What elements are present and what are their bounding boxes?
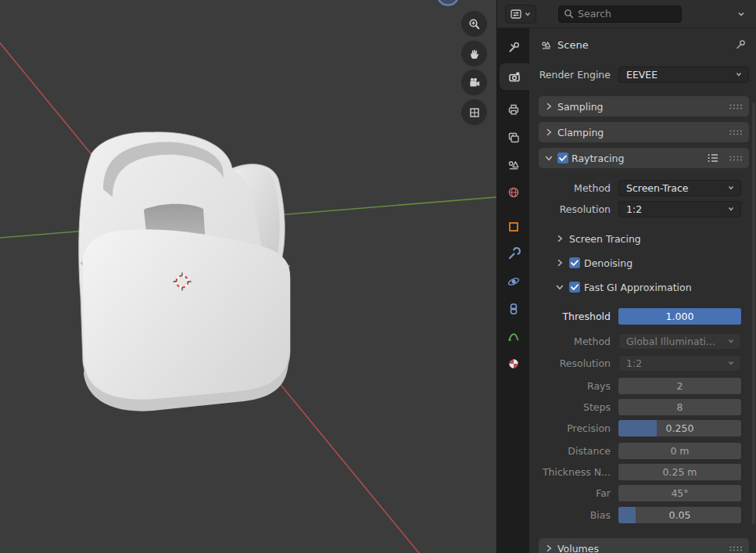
tab-output[interactable] xyxy=(497,96,529,123)
scene-icon xyxy=(540,39,552,51)
section-sampling[interactable]: Sampling xyxy=(539,96,749,117)
chevron-down-icon xyxy=(524,10,532,18)
pin-button[interactable] xyxy=(734,38,747,51)
distance-label: Distance xyxy=(529,445,618,457)
far-field[interactable]: 45° xyxy=(618,485,741,501)
pan-hand-icon xyxy=(468,47,482,61)
distance-field[interactable]: 0 m xyxy=(618,443,741,459)
list-options-icon[interactable] xyxy=(707,153,719,163)
physics-orbit-icon xyxy=(507,275,521,289)
steps-value: 8 xyxy=(677,401,683,413)
fast-gi-resolution-dropdown[interactable]: 1:2 xyxy=(618,355,741,372)
particles-icon xyxy=(507,329,521,343)
steps-field[interactable]: 8 xyxy=(618,399,741,415)
camera-view-button[interactable] xyxy=(461,70,487,95)
modifier-wrench-icon xyxy=(507,247,521,261)
chevron-right-icon xyxy=(543,101,554,112)
rays-label: Rays xyxy=(529,380,618,392)
checkbox-check xyxy=(557,153,568,163)
breadcrumb-scene[interactable]: Scene xyxy=(557,39,589,51)
3d-object[interactable] xyxy=(79,132,290,411)
thickness-field[interactable]: 0.25 m xyxy=(618,464,741,480)
tab-constraints[interactable] xyxy=(497,296,529,322)
chevron-right-icon xyxy=(543,543,554,553)
fast-gi-resolution-label: Resolution xyxy=(529,357,618,369)
search-input[interactable] xyxy=(578,8,676,20)
section-raytracing-title: Raytracing xyxy=(571,153,624,164)
denoising-checkbox[interactable] xyxy=(569,257,580,268)
threshold-value: 1.000 xyxy=(618,308,741,325)
section-raytracing[interactable]: Raytracing xyxy=(539,148,749,168)
tool-icon xyxy=(507,41,521,55)
raytracing-method-row: Method Screen-Trace xyxy=(529,178,756,198)
threshold-slider[interactable]: 1.000 xyxy=(618,308,741,325)
fast-gi-checkbox[interactable] xyxy=(569,282,580,293)
tab-render[interactable] xyxy=(500,63,529,90)
resolution-label: Resolution xyxy=(529,203,618,215)
rays-field[interactable]: 2 xyxy=(618,378,741,394)
viewport-scene xyxy=(0,0,496,553)
tab-modifiers[interactable] xyxy=(497,241,529,268)
tab-tool[interactable] xyxy=(497,34,529,61)
chevron-down-icon xyxy=(735,70,743,78)
section-sampling-title: Sampling xyxy=(557,101,604,113)
thickness-row: Thickness N... 0.25 m xyxy=(529,461,756,482)
scrollbar-thumb[interactable] xyxy=(752,102,755,525)
grip-dots-icon[interactable] xyxy=(729,155,743,162)
tab-view-layer[interactable] xyxy=(497,124,529,151)
pan-button[interactable] xyxy=(461,41,487,66)
chevron-down-icon xyxy=(727,359,735,367)
fast-gi-method-value: Global Illuminati... xyxy=(626,336,727,347)
object-icon xyxy=(507,220,521,234)
tab-world[interactable] xyxy=(497,179,529,206)
breadcrumb: Scene xyxy=(529,28,756,53)
subsection-denoising[interactable]: Denoising xyxy=(529,253,756,272)
precision-row: Precision 0.250 xyxy=(529,418,756,438)
fast-gi-method-dropdown[interactable]: Global Illuminati... xyxy=(618,333,741,350)
rays-row: Rays 2 xyxy=(529,375,756,396)
distance-row: Distance 0 m xyxy=(529,440,756,461)
threshold-label: Threshold xyxy=(529,311,618,322)
grip-dots-icon[interactable] xyxy=(729,103,743,110)
bias-value: 0.05 xyxy=(618,507,741,523)
tab-scene[interactable] xyxy=(497,152,529,178)
navigation-gizmo[interactable] xyxy=(438,0,459,5)
bias-label: Bias xyxy=(529,509,618,521)
header-options-button[interactable] xyxy=(733,5,750,23)
section-clamping[interactable]: Clamping xyxy=(539,122,749,142)
raytracing-method-dropdown[interactable]: Screen-Trace xyxy=(618,180,741,196)
section-clamping-title: Clamping xyxy=(557,127,604,138)
fast-gi-resolution-row: Resolution 1:2 xyxy=(529,353,756,373)
properties-editor-icon xyxy=(510,8,522,20)
subsection-screen-tracing[interactable]: Screen Tracing xyxy=(529,229,756,248)
render-engine-dropdown[interactable]: EEVEE xyxy=(618,66,749,83)
steps-label: Steps xyxy=(529,401,618,413)
chevron-down-icon xyxy=(543,153,554,163)
tab-object[interactable] xyxy=(497,214,529,240)
raytracing-checkbox[interactable] xyxy=(557,153,568,163)
subsection-fast-gi[interactable]: Fast GI Approximation xyxy=(529,278,756,296)
bias-slider[interactable]: 0.05 xyxy=(618,507,741,523)
bias-row: Bias 0.05 xyxy=(529,505,756,525)
chevron-down-icon xyxy=(727,184,735,192)
properties-content: Scene Render Engine EEVEE xyxy=(529,28,756,553)
zoom-icon xyxy=(468,17,482,31)
fast-gi-title: Fast GI Approximation xyxy=(584,282,692,293)
precision-label: Precision xyxy=(529,422,618,434)
editor-type-button[interactable] xyxy=(505,5,536,23)
precision-slider[interactable]: 0.250 xyxy=(618,420,741,436)
thickness-value: 0.25 m xyxy=(663,466,697,478)
section-volumes[interactable]: Volumes xyxy=(539,538,749,553)
tab-physics[interactable] xyxy=(497,268,529,295)
zoom-button[interactable] xyxy=(461,11,487,37)
3d-viewport[interactable] xyxy=(0,0,496,553)
render-icon xyxy=(507,70,521,84)
grip-dots-icon[interactable] xyxy=(729,545,743,552)
far-row: Far 45° xyxy=(529,483,756,503)
tab-particles[interactable] xyxy=(497,323,529,350)
toggle-projection-button[interactable] xyxy=(461,99,487,125)
raytracing-resolution-dropdown[interactable]: 1:2 xyxy=(618,201,741,217)
tab-material[interactable] xyxy=(497,350,529,377)
fast-gi-method-row: Method Global Illuminati... xyxy=(529,331,756,351)
grip-dots-icon[interactable] xyxy=(729,129,743,136)
